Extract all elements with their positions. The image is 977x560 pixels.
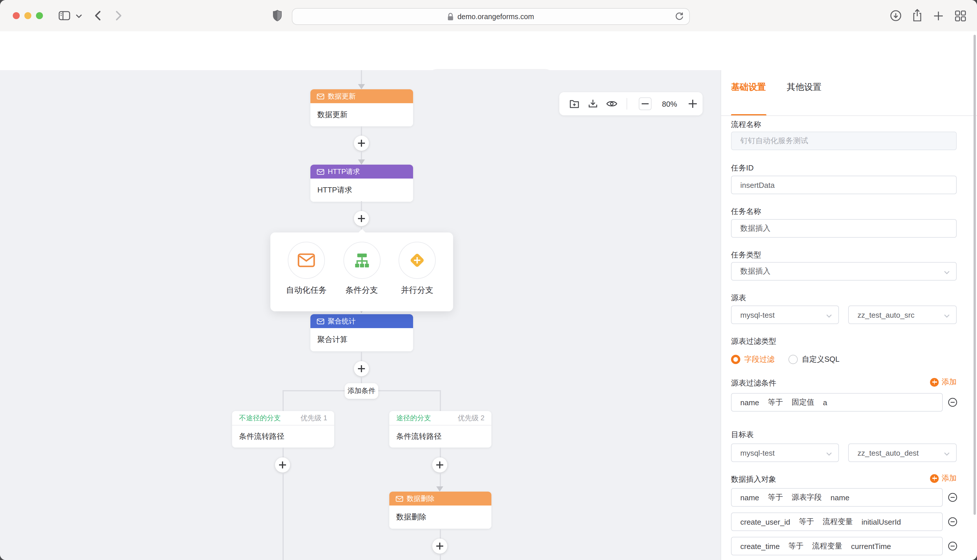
connector <box>361 201 362 211</box>
popup-item-label: 并行分支 <box>401 285 433 296</box>
node-type-popup: 自动化任务 条件分支 并行分支 <box>271 232 453 311</box>
url-text: demo.orangeforms.com <box>458 12 534 21</box>
privacy-shield-icon[interactable] <box>273 10 282 22</box>
task-id-input[interactable]: insertData <box>731 176 957 194</box>
popup-item-condition-branch[interactable]: 条件分支 <box>339 242 385 311</box>
canvas-toolbar: 80% <box>559 92 703 115</box>
branch-card-passed[interactable]: 途径的分支 优先级 2 条件流转路径 <box>389 411 491 448</box>
connector <box>440 390 441 411</box>
insert-obj-row[interactable]: create_user_id等于流程变量initialUserId <box>731 512 943 531</box>
popup-item-label: 条件分支 <box>346 285 378 296</box>
back-button[interactable] <box>95 10 101 21</box>
add-node-button[interactable] <box>432 457 447 472</box>
connector <box>440 553 441 560</box>
add-node-button[interactable] <box>354 136 369 151</box>
chevron-down-icon <box>826 314 832 318</box>
tab-other-settings[interactable]: 其他设置 <box>787 82 822 93</box>
tab-overview-icon[interactable] <box>955 10 966 22</box>
node-aggregate[interactable]: 聚合统计 聚合计算 <box>311 314 413 351</box>
add-node-button[interactable] <box>432 538 447 553</box>
add-filter-cond-button[interactable]: 添加 <box>930 377 957 387</box>
flow-canvas[interactable]: 数据更新 数据更新 HTTP请求 HTTP请求 <box>0 70 721 560</box>
share-icon[interactable] <box>912 9 922 22</box>
browser-chrome: demo.orangeforms.com <box>0 0 977 32</box>
add-condition-button[interactable]: 添加条件 <box>345 383 378 399</box>
insert-obj-row[interactable]: name等于源表字段name <box>731 488 943 507</box>
node-title: 数据删除 <box>407 493 434 503</box>
remove-insert-obj-button[interactable] <box>948 542 957 551</box>
chevron-down-icon <box>826 452 832 456</box>
target-db-select[interactable]: mysql-test <box>731 443 839 462</box>
filter-cond-label: 源表过滤条件 <box>731 378 776 388</box>
popup-item-parallel-branch[interactable]: 并行分支 <box>394 242 440 311</box>
flow-name-input[interactable]: 钉钉自动化服务测试 <box>731 132 957 150</box>
radio-selected-icon <box>731 355 740 364</box>
add-node-button[interactable] <box>354 211 369 226</box>
source-table-label: 源表 <box>731 293 746 303</box>
branch-title: 不途径的分支 <box>239 413 281 423</box>
envelope-icon <box>317 93 324 99</box>
branch-card-not-passed[interactable]: 不途径的分支 优先级 1 条件流转路径 <box>232 411 334 448</box>
refresh-icon[interactable] <box>675 12 683 21</box>
popup-item-label: 自动化任务 <box>286 285 327 296</box>
radio-unselected-icon <box>788 355 798 364</box>
diamond-plus-icon <box>407 250 427 270</box>
maximize-window-button[interactable] <box>36 12 43 19</box>
sidebar-toggle-icon[interactable] <box>58 11 70 20</box>
connector <box>282 390 284 411</box>
filter-cond-row[interactable]: name等于固定值a <box>731 393 943 412</box>
chevron-down-icon <box>944 271 950 274</box>
node-body-label: HTTP请求 <box>311 178 413 202</box>
minimize-window-button[interactable] <box>24 12 31 19</box>
chevron-down-icon[interactable] <box>76 15 82 18</box>
arrow-down-icon <box>436 487 443 492</box>
main-area: 数据更新 数据更新 HTTP请求 HTTP请求 <box>0 70 977 560</box>
envelope-icon <box>396 495 403 502</box>
downloads-icon[interactable] <box>890 10 902 22</box>
popup-item-auto-task[interactable]: 自动化任务 <box>283 242 329 311</box>
add-insert-obj-button[interactable]: 添加 <box>930 473 957 483</box>
connector <box>361 352 362 361</box>
node-body-label: 数据更新 <box>311 103 413 127</box>
branch-priority: 优先级 2 <box>458 413 484 423</box>
envelope-icon <box>297 253 315 267</box>
page-scrollbar[interactable] <box>974 35 976 515</box>
add-node-button[interactable] <box>275 457 290 472</box>
forward-button[interactable] <box>115 10 122 21</box>
insert-obj-label: 数据插入对象 <box>731 474 776 485</box>
source-db-select[interactable]: mysql-test <box>731 305 839 324</box>
target-table-select[interactable]: zz_test_auto_dest <box>848 443 957 462</box>
task-type-select[interactable]: 数据插入 <box>731 262 957 281</box>
add-node-button[interactable] <box>354 361 369 376</box>
url-bar[interactable]: demo.orangeforms.com <box>292 8 690 25</box>
remove-filter-cond-button[interactable] <box>948 398 957 407</box>
zoom-out-button[interactable] <box>639 97 651 110</box>
preview-eye-icon[interactable] <box>606 100 617 108</box>
remove-insert-obj-button[interactable] <box>948 517 957 527</box>
connector <box>361 70 362 84</box>
insert-obj-row[interactable]: create_time等于流程变量currentTime <box>731 537 943 555</box>
branch-body-label: 条件流转路径 <box>232 425 334 448</box>
source-table-select[interactable]: zz_test_auto_src <box>848 305 957 324</box>
node-data-update[interactable]: 数据更新 数据更新 <box>311 89 413 127</box>
radio-field-filter[interactable]: 字段过滤 <box>731 354 775 365</box>
new-tab-icon[interactable] <box>934 11 944 21</box>
close-window-button[interactable] <box>13 12 20 19</box>
zoom-in-button[interactable] <box>688 99 697 108</box>
download-icon[interactable] <box>588 98 598 109</box>
branch-priority: 优先级 1 <box>301 413 327 423</box>
node-http-request[interactable]: HTTP请求 HTTP请求 <box>311 165 413 202</box>
filter-type-label: 源表过滤类型 <box>731 336 776 347</box>
task-name-label: 任务名称 <box>731 207 761 217</box>
target-table-label: 目标表 <box>731 430 754 440</box>
connector <box>440 529 441 538</box>
remove-insert-obj-button[interactable] <box>948 493 957 502</box>
radio-custom-sql[interactable]: 自定义SQL <box>788 354 840 365</box>
task-name-input[interactable]: 数据插入 <box>731 219 957 238</box>
app-header: 橙单流程设计 基础信息 流程设计 切换 保存 返回 <box>0 31 977 71</box>
tab-basic-settings[interactable]: 基础设置 <box>731 82 766 93</box>
node-title: 数据更新 <box>328 91 356 101</box>
add-file-icon[interactable] <box>569 98 580 109</box>
envelope-icon <box>317 168 324 175</box>
node-data-delete[interactable]: 数据删除 数据删除 <box>389 492 491 529</box>
